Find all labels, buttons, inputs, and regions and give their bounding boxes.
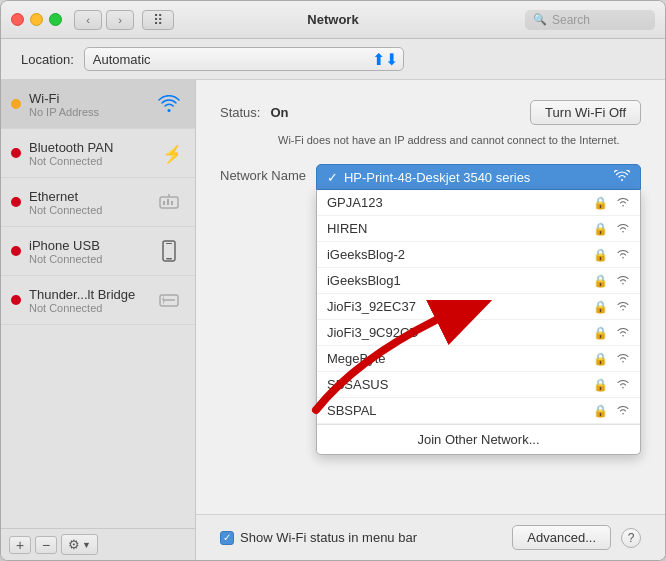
lock-icon-hiren: 🔒 [593,222,608,236]
wifi-icon [153,88,185,120]
network-item-jiofi9c92cd[interactable]: JioFi3_9C92CD 🔒 [317,320,640,346]
gear-button[interactable]: ⚙ ▼ [61,534,98,555]
location-bar: Location: Automatic ⬆⬇ [1,39,665,80]
selected-network-name: HP-Print-48-Deskjet 3540 series [344,170,530,185]
search-icon: 🔍 [533,13,547,26]
add-network-button[interactable]: + [9,536,31,554]
network-dropdown-wrapper: ✓ HP-Print-48-Deskjet 3540 series [316,164,641,190]
sidebar-item-bluetooth[interactable]: Bluetooth PAN Not Connected ⚡ [1,129,195,178]
network-name-gpja123: GPJA123 [327,195,585,210]
network-item-hiren[interactable]: HIREN 🔒 [317,216,640,242]
network-window: ‹ › ⠿ Network 🔍 Search Location: Automat… [0,0,666,561]
checkmark: ✓ [223,532,231,543]
close-button[interactable] [11,13,24,26]
wifi-signal-sbsasus [616,377,630,392]
network-item-sbsasus[interactable]: SBSASUS 🔒 [317,372,640,398]
network-name-label: Network Name [220,164,306,183]
sidebar-toolbar: + − ⚙ ▼ [1,528,195,560]
thunderbolt-icon [153,284,185,316]
sidebar-item-info-thunderbolt: Thunder...lt Bridge Not Connected [29,287,145,314]
sidebar-item-info-bluetooth: Bluetooth PAN Not Connected [29,140,145,167]
svg-text:⚡: ⚡ [162,143,178,164]
svg-rect-3 [167,199,169,205]
status-description: Wi-Fi does not have an IP address and ca… [278,133,641,148]
sidebar-item-name-wifi: Wi-Fi [29,91,145,106]
status-dot-bluetooth [11,148,21,158]
network-name-sbsasus: SBSASUS [327,377,585,392]
checkmark-icon: ✓ [327,170,338,185]
show-wifi-checkbox-label[interactable]: ✓ Show Wi-Fi status in menu bar [220,530,502,545]
location-select[interactable]: Automatic [84,47,404,71]
network-name-row: Network Name ✓ HP-Print-48-Deskjet 3540 … [220,164,641,190]
sidebar-item-name-thunderbolt: Thunder...lt Bridge [29,287,145,302]
sidebar-item-wifi[interactable]: Wi-Fi No IP Address [1,80,195,129]
wifi-signal-jiofi9c92cd [616,325,630,340]
network-name-igeeksblog2: iGeeksBlog-2 [327,247,585,262]
wifi-signal-sbspal [616,403,630,418]
network-item-sbspal[interactable]: SBSPAL 🔒 [317,398,640,424]
location-label: Location: [21,52,74,67]
minimize-button[interactable] [30,13,43,26]
sidebar-item-name-bluetooth: Bluetooth PAN [29,140,145,155]
sidebar-item-name-iphone: iPhone USB [29,238,145,253]
sidebar-item-info-iphone: iPhone USB Not Connected [29,238,145,265]
network-dropdown-selected[interactable]: ✓ HP-Print-48-Deskjet 3540 series [316,164,641,190]
bottom-bar: ✓ Show Wi-Fi status in menu bar Advanced… [196,514,665,560]
show-wifi-checkbox[interactable]: ✓ [220,531,234,545]
network-item-jiofi92ec37[interactable]: JioFi3_92EC37 🔒 [317,294,640,320]
network-name-sbspal: SBSPAL [327,403,585,418]
wifi-signal-icon [614,169,630,185]
main-content: Wi-Fi No IP Address Bluetooth PAN [1,80,665,560]
network-item-megebyte[interactable]: MegeByte 🔒 [317,346,640,372]
sidebar-item-status-wifi: No IP Address [29,106,145,118]
gear-icon: ⚙ [68,537,80,552]
wifi-signal-igeeksblog2 [616,247,630,262]
maximize-button[interactable] [49,13,62,26]
network-name-hiren: HIREN [327,221,585,236]
show-wifi-label: Show Wi-Fi status in menu bar [240,530,417,545]
status-dot-iphone [11,246,21,256]
status-label: Status: [220,105,260,120]
sidebar: Wi-Fi No IP Address Bluetooth PAN [1,80,196,560]
lock-icon-igeeksblog2: 🔒 [593,248,608,262]
sidebar-item-iphone-usb[interactable]: iPhone USB Not Connected [1,227,195,276]
search-box[interactable]: 🔍 Search [525,10,655,30]
network-dropdown-menu: GPJA123 🔒 HIREN 🔒 [316,190,641,455]
lock-icon-jiofi9c92cd: 🔒 [593,326,608,340]
network-item-gpja123[interactable]: GPJA123 🔒 [317,190,640,216]
lock-icon-igeeksblog1: 🔒 [593,274,608,288]
back-button[interactable]: ‹ [74,10,102,30]
sidebar-item-status-thunderbolt: Not Connected [29,302,145,314]
sidebar-item-name-ethernet: Ethernet [29,189,145,204]
sidebar-item-info-wifi: Wi-Fi No IP Address [29,91,145,118]
network-name-jiofi92ec37: JioFi3_92EC37 [327,299,585,314]
join-other-network-item[interactable]: Join Other Network... [317,424,640,454]
search-placeholder: Search [552,13,590,27]
lock-icon-megebyte: 🔒 [593,352,608,366]
turn-wifi-button[interactable]: Turn Wi-Fi Off [530,100,641,125]
status-row: Status: On Turn Wi-Fi Off [220,100,641,125]
nav-buttons: ‹ › [74,10,134,30]
svg-rect-2 [163,201,165,205]
lock-icon-jiofi92ec37: 🔒 [593,300,608,314]
advanced-button[interactable]: Advanced... [512,525,611,550]
wifi-signal-gpja123 [616,195,630,210]
right-panel: Status: On Turn Wi-Fi Off Wi-Fi does not… [196,80,665,560]
sidebar-item-thunderbolt[interactable]: Thunder...lt Bridge Not Connected [1,276,195,325]
gear-arrow-icon: ▼ [82,540,91,550]
window-buttons [11,13,62,26]
network-name-igeeksblog1: iGeeksBlog1 [327,273,585,288]
sidebar-item-ethernet[interactable]: Ethernet Not Connected [1,178,195,227]
ethernet-icon [153,186,185,218]
help-button[interactable]: ? [621,528,641,548]
network-item-igeeksblog1[interactable]: iGeeksBlog1 🔒 [317,268,640,294]
sidebar-item-status-bluetooth: Not Connected [29,155,145,167]
wifi-signal-jiofi92ec37 [616,299,630,314]
svg-rect-8 [166,243,172,244]
remove-network-button[interactable]: − [35,536,57,554]
network-item-igeeksblog2[interactable]: iGeeksBlog-2 🔒 [317,242,640,268]
wifi-signal-megebyte [616,351,630,366]
forward-button[interactable]: › [106,10,134,30]
grid-button[interactable]: ⠿ [142,10,174,30]
network-name-jiofi9c92cd: JioFi3_9C92CD [327,325,585,340]
